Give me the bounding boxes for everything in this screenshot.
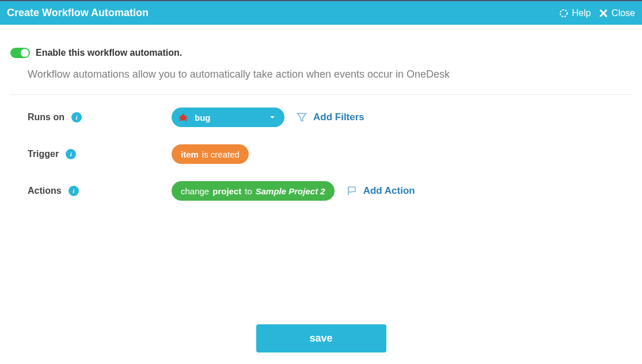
add-filters-label: Add Filters	[313, 112, 364, 123]
trigger-controls: item is created	[172, 144, 249, 164]
toggle-knob	[21, 49, 29, 57]
close-button[interactable]: Close	[599, 8, 635, 18]
runs-on-controls: bug Add Filters	[172, 108, 364, 127]
add-action-label: Add Action	[363, 185, 415, 197]
runs-on-label: Runs on	[28, 112, 64, 122]
add-filters-button[interactable]: Add Filters	[296, 112, 364, 123]
dialog-title: Create Workflow Automation	[7, 7, 149, 19]
svg-line-9	[185, 120, 187, 121]
trigger-label-wrap: Trigger i	[28, 149, 172, 159]
info-icon[interactable]: i	[66, 149, 76, 159]
actions-label: Actions	[28, 186, 62, 196]
bug-icon	[177, 112, 189, 123]
flag-icon	[346, 185, 358, 197]
actions-label-wrap: Actions i	[28, 186, 172, 196]
actions-controls: change project to Sample Project 2 Add A…	[172, 181, 415, 201]
action-to: to	[245, 186, 252, 196]
chevron-down-icon	[269, 114, 275, 120]
enable-label: Enable this workflow automation.	[36, 48, 182, 58]
enable-row: Enable this workflow automation.	[10, 48, 632, 58]
action-verb: change	[181, 186, 209, 196]
svg-line-8	[180, 120, 181, 121]
filter-icon	[296, 112, 307, 123]
header-actions: Help Close	[559, 8, 635, 18]
trigger-subject: item	[181, 150, 199, 159]
action-pill[interactable]: change project to Sample Project 2	[172, 181, 335, 201]
save-button[interactable]: save	[256, 324, 386, 352]
help-icon	[559, 9, 568, 18]
runs-on-dropdown[interactable]: bug	[172, 108, 284, 127]
trigger-label: Trigger	[28, 149, 59, 159]
svg-line-5	[185, 116, 187, 117]
help-button[interactable]: Help	[559, 8, 591, 18]
runs-on-row: Runs on i bug	[10, 108, 632, 127]
runs-on-label-wrap: Runs on i	[28, 112, 172, 122]
automation-description: Workflow automations allow you to automa…	[10, 68, 632, 95]
close-label: Close	[611, 8, 635, 18]
dialog-header: Create Workflow Automation Help Close	[0, 0, 642, 25]
add-action-button[interactable]: Add Action	[346, 185, 415, 197]
trigger-pill[interactable]: item is created	[172, 144, 249, 164]
svg-point-0	[560, 10, 567, 17]
svg-line-7	[186, 118, 188, 119]
runs-on-selected: bug	[195, 113, 264, 122]
action-value: Sample Project 2	[256, 186, 325, 196]
svg-line-4	[179, 116, 181, 117]
dialog-content: Enable this workflow automation. Workflo…	[0, 25, 642, 201]
help-label: Help	[572, 8, 591, 18]
svg-line-6	[179, 118, 181, 119]
trigger-predicate: is created	[202, 150, 240, 159]
close-icon	[599, 9, 608, 18]
action-field: project	[212, 186, 241, 196]
actions-row: Actions i change project to Sample Proje…	[10, 181, 632, 201]
info-icon[interactable]: i	[69, 186, 79, 196]
enable-toggle[interactable]	[10, 48, 30, 58]
info-icon[interactable]: i	[71, 112, 82, 122]
trigger-row: Trigger i item is created	[10, 144, 632, 164]
